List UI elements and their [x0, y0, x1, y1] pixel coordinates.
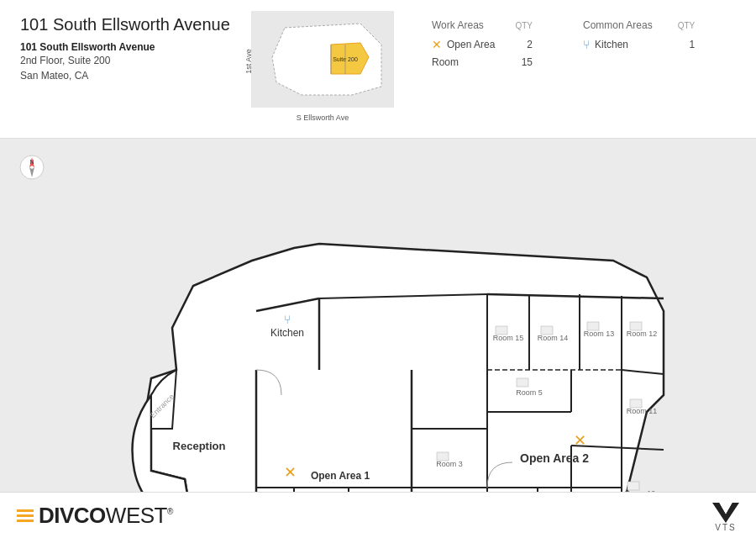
legend-room: Room 15 [432, 56, 533, 68]
work-areas-legend: Work Areas QTY ✕ Open Area 2 Room 15 [432, 19, 533, 73]
brand-trademark: ® [167, 507, 173, 516]
svg-text:Room 11: Room 11 [627, 407, 658, 415]
svg-text:Room 15: Room 15 [493, 334, 524, 342]
brand-bold: DIVCO [39, 503, 106, 528]
open-area-icon: ✕ [432, 38, 442, 51]
floorplan-section: N [0, 139, 756, 538]
open-area-count: 2 [527, 39, 533, 50]
room-label: Room [432, 56, 459, 68]
kitchen-label: Kitchen [595, 39, 628, 50]
open-area-label: Open Area [447, 39, 495, 50]
brand-light: WEST [106, 503, 167, 528]
brand-line-2 [17, 514, 34, 517]
page-title: 101 South Ellsworth Avenue [20, 15, 239, 34]
common-areas-qty-header: QTY [678, 21, 696, 30]
legend-section: Work Areas QTY ✕ Open Area 2 Room 15 Com… [407, 15, 736, 73]
kitchen-count: 1 [690, 39, 696, 50]
kitchen-icon: ⑂ [583, 38, 590, 51]
header-section: 101 South Ellsworth Avenue 101 South Ell… [0, 0, 756, 139]
svg-text:Room 12: Room 12 [627, 330, 658, 338]
vts-text: VTS [715, 523, 736, 532]
svg-rect-62 [630, 399, 642, 408]
svg-rect-70 [496, 326, 507, 335]
legend-kitchen: ⑂ Kitchen 1 [583, 38, 695, 51]
address-bold: 101 South Ellsworth Avenue [20, 41, 239, 53]
brand-line-1 [17, 509, 34, 512]
mini-map-svg: Suite 200 [251, 11, 394, 108]
svg-text:✕: ✕ [284, 464, 297, 481]
floorplan-svg: Kitchen ⑂ Reception Entrance Room 1 Room… [0, 139, 756, 538]
brand-lines-icon [17, 509, 34, 522]
legend-open-area: ✕ Open Area 2 [432, 38, 533, 51]
address-line2: San Mateo, CA [20, 68, 239, 83]
room-count: 15 [522, 56, 533, 68]
svg-text:Kitchen: Kitchen [270, 327, 304, 339]
svg-rect-51 [517, 378, 528, 387]
svg-text:Room 3: Room 3 [436, 460, 463, 468]
common-areas-label: Common Areas [583, 19, 653, 31]
svg-rect-66 [587, 322, 599, 330]
brand-footer: DIVCOWEST® VTS [0, 492, 756, 538]
property-info: 101 South Ellsworth Avenue 101 South Ell… [20, 15, 239, 83]
map-label-bottom: S Ellsworth Ave [251, 113, 394, 122]
brand-logo: DIVCOWEST® [17, 503, 173, 529]
svg-rect-64 [630, 322, 642, 330]
svg-text:Room 14: Room 14 [538, 334, 569, 342]
svg-text:Room 5: Room 5 [516, 388, 543, 397]
brand-name: DIVCOWEST® [39, 503, 173, 529]
vts-icon [712, 499, 739, 523]
vts-logo: VTS [712, 499, 739, 532]
work-areas-qty-header: QTY [515, 21, 533, 30]
svg-rect-68 [541, 326, 553, 335]
map-label-left: 1st Ave [244, 49, 253, 73]
common-areas-legend: Common Areas QTY ⑂ Kitchen 1 [583, 19, 695, 73]
svg-rect-49 [437, 452, 449, 461]
address-line1: 2nd Floor, Suite 200 [20, 53, 239, 68]
svg-rect-60 [627, 482, 639, 490]
brand-line-3 [17, 520, 34, 522]
mini-map-container: 1st Ave Suite 200 S Ellsworth Ave [239, 11, 407, 112]
svg-text:Open Area 2: Open Area 2 [520, 451, 589, 465]
svg-text:Room 13: Room 13 [584, 330, 615, 338]
svg-text:Open Area 1: Open Area 1 [311, 470, 370, 482]
svg-marker-78 [712, 503, 739, 523]
svg-text:✕: ✕ [574, 432, 586, 449]
svg-text:⑂: ⑂ [284, 313, 291, 326]
work-areas-label: Work Areas [432, 19, 484, 31]
svg-text:Reception: Reception [173, 440, 226, 452]
